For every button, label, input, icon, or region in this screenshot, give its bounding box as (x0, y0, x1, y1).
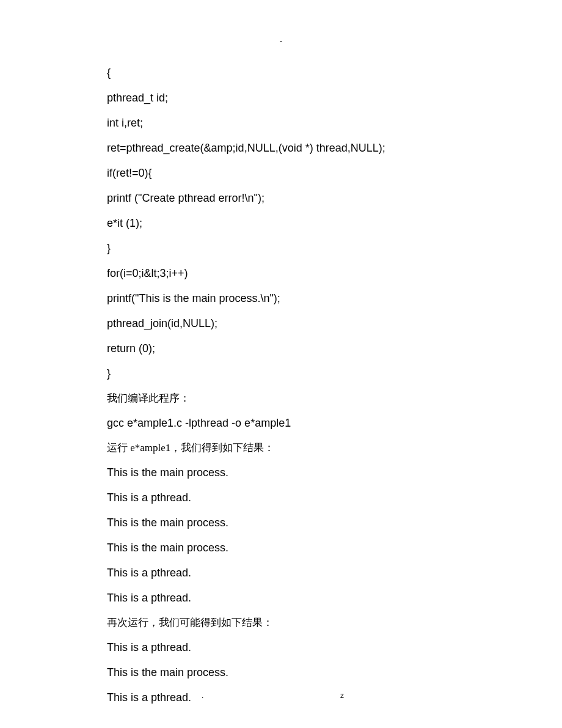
prose-line: 再次运行，我们可能得到如下结果： (107, 617, 562, 628)
footer-z: z (340, 691, 344, 700)
output-line: This is a pthread. (107, 492, 562, 503)
output-line: This is a pthread. (107, 567, 562, 578)
code-line: if(ret!=0){ (107, 167, 562, 178)
document-body: { pthread_t id; int i,ret; ret=pthread_c… (107, 67, 562, 703)
code-line: { (107, 67, 562, 78)
code-line: ret=pthread_create(&amp;id,NULL,(void *)… (107, 142, 562, 153)
output-line: This is a pthread. (107, 592, 562, 603)
output-line: This is the main process. (107, 467, 562, 478)
code-line: e*it (1); (107, 218, 562, 229)
output-line: This is the main process. (107, 542, 562, 553)
prose-line: 我们编译此程序： (107, 393, 562, 403)
code-line: } (107, 368, 562, 379)
output-line: This is the main process. (107, 667, 562, 678)
code-line: return (0); (107, 343, 562, 354)
output-line: This is a pthread. (107, 692, 562, 703)
output-line: This is the main process. (107, 517, 562, 528)
code-line: pthread_join(id,NULL); (107, 318, 562, 329)
code-line: printf("This is the main process.\n"); (107, 293, 562, 304)
header-mark: - (0, 37, 562, 45)
code-line: gcc e*ample1.c -lpthread -o e*ample1 (107, 417, 562, 428)
code-line: pthread_t id; (107, 92, 562, 103)
output-line: This is a pthread. (107, 642, 562, 653)
code-line: } (107, 243, 562, 254)
footer-dot: . (202, 691, 203, 700)
code-line: for(i=0;i&lt;3;i++) (107, 268, 562, 279)
page: - { pthread_t id; int i,ret; ret=pthread… (0, 0, 562, 728)
code-line: int i,ret; (107, 117, 562, 128)
prose-line: 运行 e*ample1，我们得到如下结果： (107, 443, 562, 453)
code-line: printf ("Create pthread error!\n"); (107, 193, 562, 204)
